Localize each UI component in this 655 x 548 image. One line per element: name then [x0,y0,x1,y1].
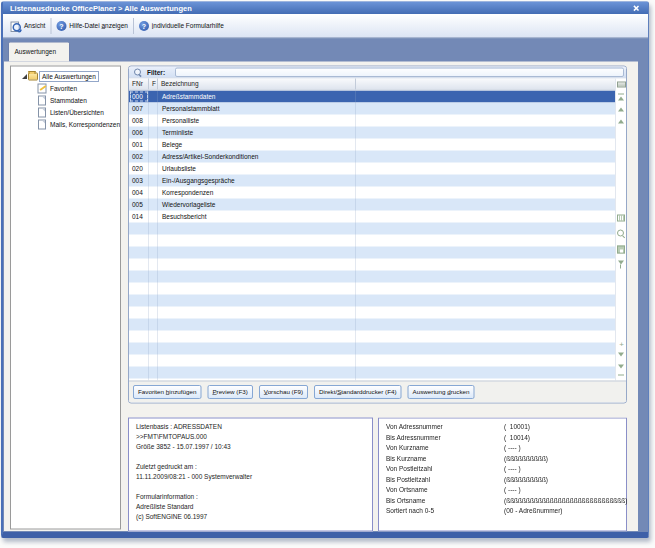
table-cell [149,283,158,295]
tree-item-stammdaten[interactable]: Stammdaten [11,95,120,107]
table-row[interactable]: 014Besuchsbericht [129,211,615,223]
table-row[interactable]: 000Adreßstammdaten [129,91,615,103]
table-cell [149,151,158,163]
table-cell: 003 [129,175,149,187]
tree-item-label[interactable]: Listen/Übersichten [48,108,106,117]
toolbar-button-ansicht[interactable]: Ansicht [7,19,48,32]
table-cell: Adreßstammdaten [158,91,356,103]
table-row[interactable]: 020Urlaubsliste [129,163,615,175]
toolbar-button-label: Hilfe-Datei anzeigen [69,22,128,30]
param-value: ( 10014) [504,432,530,443]
scroll-up2-icon[interactable] [618,120,624,124]
table-cell [149,331,158,343]
favorites-icon [38,84,47,94]
scroll-down-icon[interactable] [618,353,624,357]
param-row: Von Ortsname( ---- ) [386,485,626,496]
document-icon [38,108,46,118]
tree-item-label[interactable]: Mails, Korrespondenzen [48,120,121,129]
toolbar-button-individuelle[interactable]: ?individuelle Formularhilfe [136,20,227,32]
tree-item-mails-korrespondenzen[interactable]: Mails, Korrespondenzen [11,119,120,131]
plus-icon[interactable]: + [617,341,626,350]
table-cell [149,247,158,259]
filter-label: Filter: [147,67,165,79]
table-row-empty [129,307,615,319]
info-line: Zuletzt gedruckt am : [136,462,372,472]
tree-item-listen-bersichten[interactable]: Listen/Übersichten [11,107,120,119]
table-row-empty [129,247,615,259]
columns-icon[interactable] [617,215,625,222]
table-cell [149,187,158,199]
column-header-f[interactable]: F [149,79,158,90]
param-value: (00 - Adreßnummer) [504,506,563,517]
column-header-fnr[interactable]: FNr [129,79,149,90]
table-row-empty [129,355,615,367]
table-cell: Urlaubsliste [158,163,356,175]
table-cell [158,223,356,235]
tree-item-alle-auswertungen[interactable]: Alle Auswertungen [11,71,120,83]
scroll-top-icon[interactable] [618,97,624,101]
document-icon [38,120,46,130]
folder-icon [28,73,38,81]
table-row[interactable]: 005Wiedervorlageliste [129,199,615,211]
close-button[interactable] [633,5,639,11]
table-cell: Terminliste [158,127,356,139]
table-row[interactable]: 004Korrespondenzen [129,187,615,199]
table-cell [129,271,149,283]
table-cell [356,163,615,175]
preview-icon [10,20,21,31]
search-icon[interactable] [617,230,626,239]
tree-item-label[interactable]: Favoriten [48,84,79,93]
table-cell [129,223,149,235]
table-cell [356,223,615,235]
table-cell [356,151,615,163]
table-cell [158,295,356,307]
table-row[interactable]: 006Terminliste [129,127,615,139]
button-direkt-standarddrucker-f4-[interactable]: Direkt/Standarddrucker (F4) [314,385,401,399]
param-value: ( ---- ) [504,464,521,475]
table-cell [158,235,356,247]
filter-funnel-icon[interactable] [618,261,624,265]
button-preview-f3-[interactable]: Preview (F3) [207,385,252,399]
table-cell [356,331,615,343]
info-line: Formularinformation : [136,492,372,502]
button-favoriten-hinzuf-gen[interactable]: Favoriten hinzufügen [133,385,201,399]
scroll-up-icon[interactable] [618,108,624,112]
table-row[interactable]: 003Ein-/Ausgangsgespräche [129,175,615,187]
table-cell [149,163,158,175]
button-auswertung-drucken[interactable]: Auswertung drucken [408,385,475,399]
table-row[interactable]: 002Adress/Artikel-Sonderkonditionen [129,151,615,163]
table-cell [356,139,615,151]
button-vorschau-f9-[interactable]: Vorschau (F9) [259,385,308,399]
column-header-bezeichnung[interactable]: Bezeichnung [158,79,356,90]
side-toolbar: + [615,79,626,381]
table-cell [356,91,615,103]
table-cell [149,295,158,307]
table-cell: Besuchsbericht [158,211,356,223]
tree-item-favoriten[interactable]: Favoriten [11,83,120,95]
tree-item-label[interactable]: Alle Auswertungen [39,71,99,82]
table-cell [356,199,615,211]
table-row[interactable]: 007Personalstammblatt [129,103,615,115]
scroll-bottom-icon[interactable] [618,365,624,369]
toolbar-button-hilfe-datei[interactable]: ?Hilfe-Datei anzeigen [53,20,131,32]
table-cell [129,319,149,331]
print-icon[interactable] [617,82,626,88]
table-row[interactable]: 001Belege [129,139,615,151]
table-row[interactable]: 008Personalliste [129,115,615,127]
save-icon[interactable] [617,246,625,254]
tree-item-label[interactable]: Stammdaten [48,96,89,105]
table-cell [158,319,356,331]
table-cell [149,307,158,319]
param-label: Bis Ortsname [386,495,504,506]
info-line: (c) SoftENGINE 06.1997 [136,512,372,522]
table-cell [356,367,615,379]
tab-auswertungen[interactable]: Auswertungen [8,42,70,62]
table-cell [356,175,615,187]
table-cell [158,355,356,367]
filter-input[interactable] [175,68,624,78]
table-cell [129,283,149,295]
info-line: Größe 3852 - 15.07.1997 / 10:43 [136,442,372,452]
table-cell [158,343,356,355]
table-cell [129,235,149,247]
table-cell: Belege [158,139,356,151]
